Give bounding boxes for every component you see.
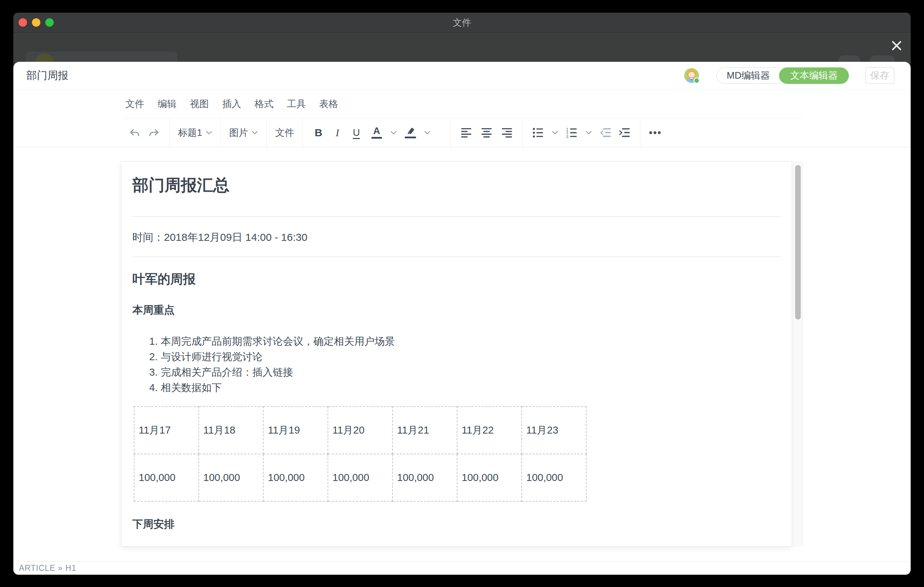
ordered-list-button[interactable]: 1 2 3 xyxy=(563,124,580,141)
chevron-down-icon xyxy=(552,130,558,135)
chevron-down-icon xyxy=(252,130,258,135)
editor-toggle: MD编辑器 文本编辑器 xyxy=(716,68,849,84)
minimize-window-button[interactable] xyxy=(32,18,40,27)
divider xyxy=(132,257,781,257)
menu-item-tools[interactable]: 工具 xyxy=(286,96,307,112)
undo-icon xyxy=(130,128,140,137)
file-button[interactable]: 文件 xyxy=(274,124,295,141)
modal-header: 部门周报 MD编辑器 文本编辑器 保存 xyxy=(13,62,911,89)
align-center-icon xyxy=(481,128,492,138)
app-window: 文件 部门周报 MD编辑 xyxy=(13,13,911,575)
svg-text:2: 2 xyxy=(566,131,568,135)
document-page[interactable]: 部门周报汇总 时间：2018年12月09日 14:00 - 16:30 叶军的周… xyxy=(121,162,792,547)
doc-time-line: 时间：2018年12月09日 14:00 - 16:30 xyxy=(132,232,781,242)
font-color-button[interactable]: A xyxy=(368,124,385,141)
next-week-heading: 下周安排 xyxy=(132,517,781,531)
list-item: 2. 与设计师进行视觉讨论 xyxy=(132,349,781,364)
statusbar: ARTICLE » H1 xyxy=(13,561,911,575)
align-center-button[interactable] xyxy=(478,124,495,141)
align-left-button[interactable] xyxy=(458,124,475,141)
list-item: 3. 完成相关产品介绍：插入链接 xyxy=(132,364,781,380)
doc-heading: 部门周报汇总 xyxy=(132,174,781,196)
toolbar: 标题1 图片 文件 B I xyxy=(13,118,911,147)
table-cell[interactable]: 11月17 xyxy=(134,407,199,454)
menu-item-format[interactable]: 格式 xyxy=(254,96,274,112)
highlighter-icon xyxy=(405,127,416,139)
table-cell[interactable]: 11月20 xyxy=(328,407,393,454)
window-title: 文件 xyxy=(453,16,471,29)
doc-title: 部门周报 xyxy=(26,68,68,83)
table-row: 11月17 11月18 11月19 11月20 11月21 11月22 11月2… xyxy=(134,407,586,454)
undo-button[interactable] xyxy=(126,124,143,141)
image-select[interactable]: 图片 xyxy=(228,124,259,141)
close-icon[interactable] xyxy=(888,37,905,54)
table-cell[interactable]: 100,000 xyxy=(522,454,586,501)
font-color-dropdown[interactable] xyxy=(385,124,402,141)
ordered-list-dropdown[interactable] xyxy=(580,124,597,141)
more-button[interactable] xyxy=(647,124,665,141)
table-cell[interactable]: 100,000 xyxy=(199,454,263,501)
highlight-dropdown[interactable] xyxy=(419,124,436,141)
redo-button[interactable] xyxy=(145,124,162,141)
editor-content-area: 部门周报汇总 时间：2018年12月09日 14:00 - 16:30 叶军的周… xyxy=(13,147,911,561)
svg-text:3: 3 xyxy=(566,134,568,138)
align-right-icon xyxy=(501,128,513,138)
outdent-button[interactable] xyxy=(597,124,614,141)
table-row: 100,000 100,000 100,000 100,000 100,000 … xyxy=(134,454,586,501)
italic-button[interactable]: I xyxy=(329,124,346,141)
table-cell[interactable]: 11月21 xyxy=(393,407,457,454)
zoom-window-button[interactable] xyxy=(45,18,54,27)
breadcrumb: ARTICLE » H1 xyxy=(19,564,76,573)
table-cell[interactable]: 11月18 xyxy=(199,407,263,454)
table-cell[interactable]: 100,000 xyxy=(457,454,522,501)
heading-select[interactable]: 标题1 xyxy=(177,124,213,141)
bullet-list-button[interactable] xyxy=(530,124,546,141)
list-item: 4. 相关数据如下 xyxy=(132,380,781,395)
font-color-icon: A xyxy=(371,126,382,139)
chevron-down-icon xyxy=(586,130,592,135)
indent-button[interactable] xyxy=(616,124,633,141)
editor-modal: 部门周报 MD编辑器 文本编辑器 保存 文件 编辑 视 xyxy=(13,62,911,575)
highlight-button[interactable] xyxy=(402,124,419,141)
traffic-lights xyxy=(18,13,54,32)
scrollbar-thumb[interactable] xyxy=(795,165,801,320)
divider xyxy=(132,216,781,217)
table-cell[interactable]: 100,000 xyxy=(393,454,457,501)
underline-button[interactable]: U xyxy=(348,124,365,141)
chevron-down-icon xyxy=(206,130,212,135)
bullet-list-dropdown[interactable] xyxy=(546,124,563,141)
table-cell[interactable]: 11月23 xyxy=(522,407,586,454)
align-left-icon xyxy=(460,128,472,138)
window-title-bar: 文件 xyxy=(13,13,911,33)
text-editor-button[interactable]: 文本编辑器 xyxy=(779,68,849,84)
md-editor-button[interactable]: MD编辑器 xyxy=(716,68,780,84)
outdent-icon xyxy=(600,128,611,138)
bullet-list-icon xyxy=(533,127,544,138)
chevron-down-icon xyxy=(424,130,431,135)
svg-text:1: 1 xyxy=(566,127,568,131)
data-table: 11月17 11月18 11月19 11月20 11月21 11月22 11月2… xyxy=(134,406,587,502)
redo-icon xyxy=(148,128,159,137)
indent-icon xyxy=(619,128,630,138)
chevron-down-icon xyxy=(390,130,397,135)
menu-item-view[interactable]: 视图 xyxy=(189,96,210,112)
bold-button[interactable]: B xyxy=(310,124,327,141)
list-item: 1. 本周完成产品前期需求讨论会议，确定相关用户场景 xyxy=(132,333,781,349)
table-cell[interactable]: 100,000 xyxy=(328,454,393,501)
table-cell[interactable]: 100,000 xyxy=(134,454,199,501)
table-cell[interactable]: 11月22 xyxy=(457,407,522,454)
menu-item-insert[interactable]: 插入 xyxy=(221,96,242,112)
table-cell[interactable]: 100,000 xyxy=(263,454,328,501)
ellipsis-icon xyxy=(649,130,663,135)
table-cell[interactable]: 11月19 xyxy=(263,407,328,454)
align-right-button[interactable] xyxy=(498,124,515,141)
menu-item-file[interactable]: 文件 xyxy=(125,96,145,112)
save-button[interactable]: 保存 xyxy=(865,67,894,84)
menubar: 文件 编辑 视图 插入 格式 工具 表格 xyxy=(13,89,911,118)
week-focus-heading: 本周重点 xyxy=(132,303,781,317)
online-status-dot xyxy=(694,77,700,84)
menu-item-table[interactable]: 表格 xyxy=(318,96,339,112)
menu-item-edit[interactable]: 编辑 xyxy=(157,96,177,112)
close-window-button[interactable] xyxy=(18,18,27,27)
avatar[interactable] xyxy=(684,68,699,83)
